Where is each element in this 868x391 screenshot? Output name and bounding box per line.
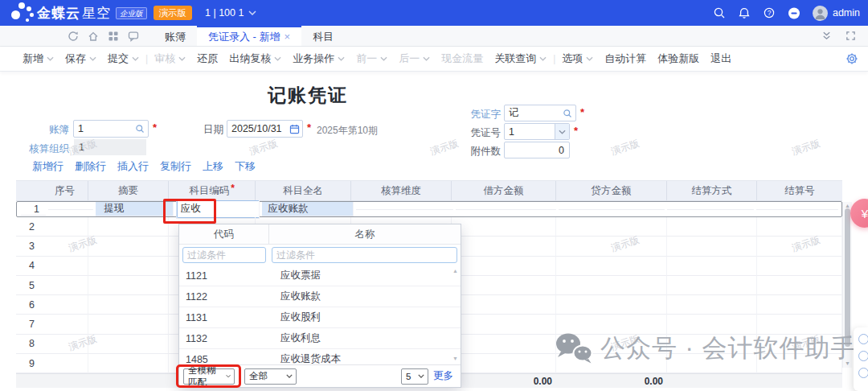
apps-grid-icon[interactable] <box>108 31 119 42</box>
cell-credit[interactable] <box>556 335 667 354</box>
collapse-double-chevron-icon[interactable] <box>820 30 833 43</box>
voucher-no-dropdown-icon[interactable] <box>555 124 569 139</box>
code-filter-input[interactable] <box>182 247 266 263</box>
cell-settle-method[interactable] <box>667 315 757 334</box>
toolbar-button-business-ops[interactable]: 业务操作 <box>287 51 350 66</box>
cell-credit[interactable] <box>556 295 667 315</box>
cell-summary[interactable] <box>88 295 169 315</box>
floating-side-panel[interactable] <box>854 327 868 391</box>
cell-account-code[interactable] <box>176 200 260 219</box>
tab-ledger[interactable]: 账簿 <box>154 26 197 46</box>
org-selector[interactable]: 1 | 100 1 <box>205 7 256 19</box>
cell-settle-no[interactable] <box>757 354 842 373</box>
cell-seq-spacer[interactable] <box>42 237 88 256</box>
toolbar-button-options[interactable]: 选项 <box>556 51 599 66</box>
gear-icon[interactable] <box>845 52 858 68</box>
cell-debit[interactable] <box>452 237 556 256</box>
add-row-link[interactable]: 新增行 <box>32 159 63 174</box>
cell-seq-spacer[interactable] <box>42 217 88 237</box>
toolbar-button-restore[interactable]: 还原 <box>191 51 223 66</box>
cell-seq[interactable]: 5 <box>16 276 42 295</box>
cell-debit[interactable] <box>456 209 556 210</box>
cell-summary[interactable] <box>88 257 169 276</box>
scope-select[interactable]: 全部 <box>244 368 297 385</box>
popup-scroll-up-arrow[interactable]: ▲ <box>452 268 458 274</box>
cell-settle-no[interactable] <box>757 276 842 295</box>
popup-account-option[interactable]: 1121应收票据 <box>179 265 461 286</box>
cell-seq[interactable]: 7 <box>16 315 42 334</box>
cell-debit[interactable] <box>452 295 556 315</box>
cell-credit[interactable] <box>556 315 667 334</box>
tab-account[interactable]: 科目 <box>301 26 345 46</box>
close-tab-icon[interactable]: × <box>285 33 291 41</box>
cell-summary[interactable] <box>88 237 169 256</box>
cell-summary[interactable] <box>88 335 169 354</box>
cell-credit[interactable] <box>556 354 667 373</box>
toolbar-button-exit[interactable]: 退出 <box>705 51 737 66</box>
user-avatar[interactable] <box>813 6 828 21</box>
cell-debit[interactable] <box>452 354 556 373</box>
cell-settle-method[interactable] <box>667 276 757 295</box>
popup-account-option[interactable]: 1132应收利息 <box>179 328 461 349</box>
cell-seq-spacer[interactable] <box>42 354 88 373</box>
status-dnd-icon[interactable] <box>788 6 800 19</box>
cell-settle-no[interactable] <box>757 217 842 237</box>
tab-voucher-entry-new[interactable]: 凭证录入 - 新增 × <box>197 26 301 46</box>
scroll-down-arrow[interactable]: ▼ <box>843 360 852 367</box>
toolbar-button-submit[interactable]: 提交 <box>102 51 145 66</box>
cell-seq-spacer[interactable] <box>42 335 88 354</box>
cell-credit[interactable] <box>556 257 667 276</box>
cell-seq[interactable]: 4 <box>16 257 42 276</box>
match-mode-select[interactable]: 全模糊匹配 <box>183 368 235 385</box>
cell-debit[interactable] <box>452 315 556 334</box>
book-lookup-icon[interactable] <box>132 121 148 137</box>
voucher-word-input[interactable] <box>505 108 559 119</box>
name-filter-input[interactable] <box>272 247 457 263</box>
cell-seq-spacer[interactable] <box>42 295 88 315</box>
cell-seq-spacer[interactable] <box>48 209 93 210</box>
calendar-icon[interactable] <box>286 121 302 137</box>
popup-account-option[interactable]: 1131应收股利 <box>179 307 461 328</box>
cell-summary[interactable]: 提现 <box>96 202 174 216</box>
delete-row-link[interactable]: 删除行 <box>75 159 106 174</box>
scrollbar-thumb[interactable] <box>845 208 850 347</box>
attachments-input[interactable] <box>505 145 569 156</box>
cell-debit[interactable] <box>452 335 556 354</box>
toolbar-button-save[interactable]: 保存 <box>59 51 102 66</box>
cell-settle-no[interactable] <box>757 295 842 315</box>
cell-seq[interactable]: 1 <box>21 204 46 216</box>
cell-debit[interactable] <box>452 276 556 295</box>
cell-settle-no[interactable] <box>757 237 842 256</box>
book-input[interactable] <box>74 123 132 134</box>
popup-scroll-down-arrow[interactable]: ▼ <box>452 356 458 362</box>
date-input[interactable] <box>227 123 286 134</box>
voucher-no-input[interactable] <box>505 126 555 138</box>
search-icon[interactable] <box>713 6 726 19</box>
help-icon[interactable]: ? <box>763 6 776 19</box>
cell-summary[interactable] <box>88 276 169 295</box>
cell-debit[interactable] <box>452 257 556 276</box>
cell-credit[interactable] <box>556 276 667 295</box>
cell-seq-spacer[interactable] <box>42 315 88 334</box>
cell-summary[interactable] <box>88 315 169 334</box>
voucher-word-lookup-icon[interactable] <box>559 105 575 121</box>
grid-scrollbar[interactable]: ▲ ▼ <box>842 202 852 368</box>
popup-account-option[interactable]: 1122应收账款 <box>179 286 461 307</box>
cell-seq[interactable]: 2 <box>16 217 42 237</box>
cell-summary[interactable] <box>88 217 169 237</box>
toolbar-button-new-ui[interactable]: 体验新版 <box>652 51 705 66</box>
more-link[interactable]: 更多 <box>433 369 453 383</box>
promo-float-button[interactable]: ¥ <box>850 199 868 228</box>
message-icon[interactable] <box>128 31 139 42</box>
insert-row-link[interactable]: 插入行 <box>117 159 149 174</box>
toolbar-button-cashier-review[interactable]: 出纳复核 <box>223 51 287 66</box>
cell-settle-method[interactable] <box>667 335 757 354</box>
cell-dimension[interactable] <box>356 209 452 210</box>
cell-settle-method[interactable] <box>667 209 754 210</box>
cell-settle-method[interactable] <box>667 354 757 373</box>
cell-settle-no[interactable] <box>757 335 842 354</box>
cell-seq-spacer[interactable] <box>42 257 88 276</box>
cell-settle-no[interactable] <box>756 209 838 210</box>
cell-settle-method[interactable] <box>667 217 757 237</box>
cell-credit[interactable] <box>556 237 667 256</box>
